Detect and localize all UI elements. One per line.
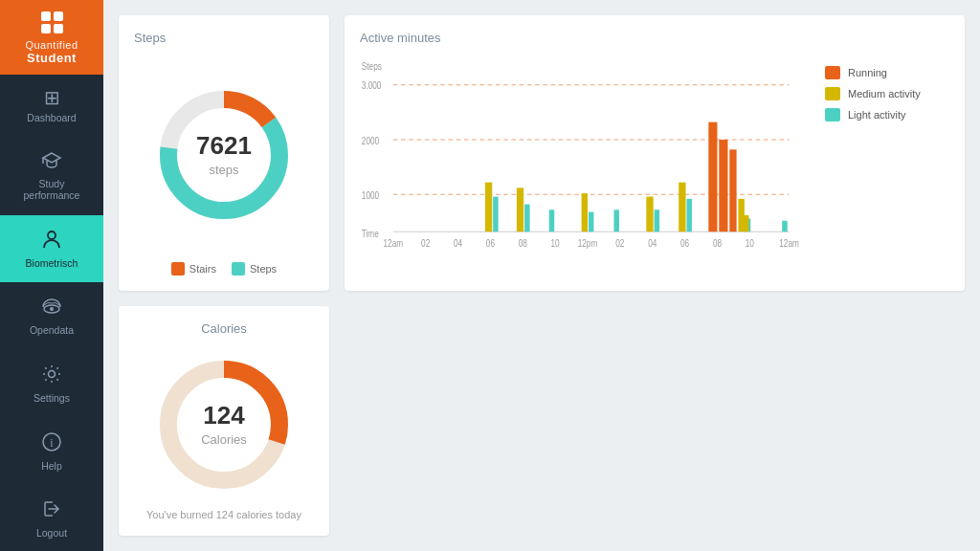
svg-text:12am: 12am <box>779 238 799 249</box>
stairs-color <box>171 262 185 276</box>
chart-main: Steps 3.000 2000 1000 12am 02 <box>360 56 815 276</box>
running-label: Running <box>848 67 887 78</box>
opendata-label: Opendata <box>30 324 74 337</box>
calories-unit: Calories <box>201 432 247 447</box>
svg-text:12am: 12am <box>383 238 403 249</box>
settings-icon <box>41 364 62 387</box>
svg-rect-38 <box>613 209 618 231</box>
calories-footer: You've burned 124 calories today <box>146 509 301 520</box>
study-icon <box>41 151 62 173</box>
logo-sq-1 <box>41 11 51 21</box>
svg-text:04: 04 <box>648 238 657 249</box>
calories-center: 124 Calories <box>201 401 247 448</box>
svg-text:02: 02 <box>421 238 430 249</box>
sidebar-item-study-performance[interactable]: Studyperformance <box>0 138 103 215</box>
svg-rect-43 <box>708 122 717 232</box>
donut-container: 7621 steps <box>134 56 314 253</box>
svg-text:06: 06 <box>486 238 495 249</box>
sidebar-item-help[interactable]: i Help <box>0 418 103 486</box>
svg-rect-31 <box>485 183 492 232</box>
help-icon: i <box>41 431 62 455</box>
light-color-box <box>825 108 840 121</box>
logo-student: Student <box>27 51 77 65</box>
svg-text:1000: 1000 <box>362 190 379 201</box>
dashboard-icon: ⊞ <box>44 88 60 107</box>
svg-text:10: 10 <box>551 238 560 249</box>
svg-point-0 <box>48 231 56 239</box>
svg-rect-40 <box>655 209 659 231</box>
legend-medium: Medium activity <box>825 87 949 100</box>
bottom-row: Calories 124 Calories You've burned 124 … <box>119 306 965 536</box>
sidebar-item-logout[interactable]: Logout <box>0 485 103 551</box>
sidebar: Quantified Student ⊞ Dashboard Studyperf… <box>0 0 103 551</box>
svg-rect-37 <box>589 212 593 232</box>
help-label: Help <box>41 460 62 473</box>
svg-rect-41 <box>679 183 685 232</box>
svg-text:08: 08 <box>713 238 722 249</box>
donut-center: 7621 steps <box>196 131 252 178</box>
svg-text:3.000: 3.000 <box>362 81 382 92</box>
svg-text:Steps: Steps <box>362 61 382 72</box>
svg-text:06: 06 <box>680 238 689 249</box>
logo-area: Quantified Student <box>0 0 103 75</box>
sidebar-item-opendata[interactable]: Opendata <box>0 282 103 350</box>
running-color-box <box>825 66 840 79</box>
steps-card: Steps 7621 steps Stairs <box>119 15 329 291</box>
svg-rect-44 <box>719 140 727 231</box>
svg-rect-45 <box>729 149 736 231</box>
logo-sq-2 <box>54 11 63 21</box>
steps-value: 7621 <box>196 131 252 161</box>
svg-rect-34 <box>524 205 529 232</box>
svg-rect-39 <box>646 197 653 232</box>
stairs-label: Stairs <box>189 263 216 275</box>
svg-rect-42 <box>686 199 691 231</box>
svg-text:04: 04 <box>454 238 462 249</box>
main-content: Steps 7621 steps Stairs <box>103 0 980 551</box>
chart-area: Steps 3.000 2000 1000 12am 02 <box>360 56 949 276</box>
chart-legend: Running Medium activity Light activity <box>825 56 949 276</box>
svg-rect-36 <box>582 193 588 231</box>
legend-steps: Steps <box>232 262 277 276</box>
svg-point-2 <box>50 307 54 311</box>
svg-rect-49 <box>782 221 787 231</box>
steps-legend-label: Steps <box>250 263 277 275</box>
bottom-spacer <box>345 306 965 536</box>
sidebar-item-dashboard[interactable]: ⊞ Dashboard <box>0 75 103 138</box>
calories-title: Calories <box>201 321 247 336</box>
steps-color <box>232 262 245 276</box>
biometrisch-label: Biometrisch <box>26 257 78 270</box>
opendata-icon <box>40 296 63 320</box>
svg-rect-46 <box>738 199 744 231</box>
logo-sq-4 <box>54 24 63 33</box>
light-label: Light activity <box>848 109 906 121</box>
svg-text:2000: 2000 <box>362 136 379 146</box>
study-label: Studyperformance <box>24 178 80 202</box>
steps-legend: Stairs Steps <box>134 262 314 276</box>
svg-text:Time: Time <box>362 229 379 239</box>
logout-icon <box>41 498 62 522</box>
svg-rect-48 <box>744 215 748 231</box>
medium-label: Medium activity <box>848 88 921 99</box>
steps-unit: steps <box>209 163 238 177</box>
top-row: Steps 7621 steps Stairs <box>119 15 965 291</box>
logout-label: Logout <box>36 527 67 540</box>
steps-title: Steps <box>134 31 314 45</box>
svg-text:02: 02 <box>615 238 624 249</box>
legend-stairs: Stairs <box>171 262 216 276</box>
svg-point-3 <box>49 370 56 377</box>
sidebar-item-settings[interactable]: Settings <box>0 350 103 418</box>
active-minutes-card: Active minutes Steps 3.000 2000 1000 <box>345 15 965 291</box>
logo-sq-3 <box>41 24 51 33</box>
svg-rect-35 <box>549 209 554 231</box>
sidebar-item-biometrisch[interactable]: Biometrisch <box>0 215 103 283</box>
active-title: Active minutes <box>360 31 949 45</box>
calories-circle-container: 124 Calories <box>147 347 301 501</box>
dashboard-label: Dashboard <box>27 112 76 124</box>
legend-running: Running <box>825 66 949 79</box>
calories-value: 124 <box>201 401 247 430</box>
svg-rect-32 <box>493 197 498 232</box>
medium-color-box <box>825 87 840 100</box>
logo-quantified: Quantified <box>25 39 78 51</box>
svg-text:i: i <box>50 436 54 450</box>
svg-text:12pm: 12pm <box>578 238 598 249</box>
